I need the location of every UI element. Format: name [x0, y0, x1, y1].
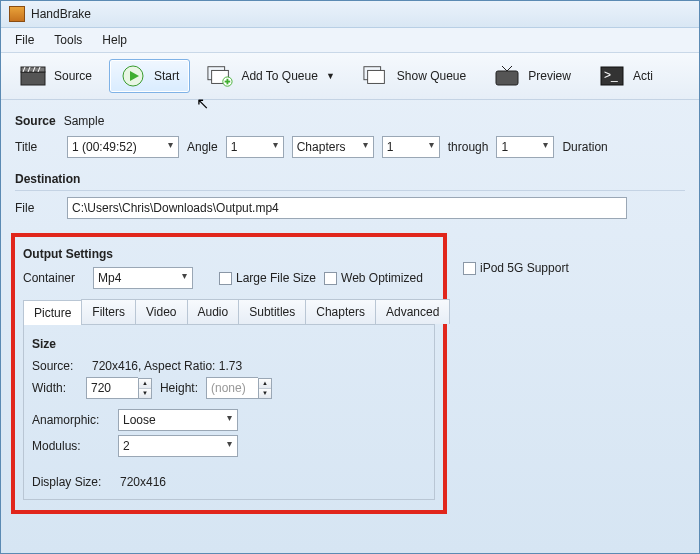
size-heading: Size: [32, 337, 426, 351]
height-label: Height:: [160, 381, 198, 395]
svg-rect-15: [496, 71, 518, 85]
preview-button[interactable]: Preview: [483, 59, 582, 93]
svg-text:>_: >_: [604, 68, 618, 82]
anamorphic-select[interactable]: Loose: [118, 409, 238, 431]
activity-button[interactable]: >_ Acti: [588, 59, 664, 93]
anamorphic-label: Anamorphic:: [32, 413, 110, 427]
title-label: Title: [15, 140, 59, 154]
chevron-down-icon: ▼: [326, 71, 335, 81]
svg-line-16: [502, 66, 507, 71]
menubar: File Tools Help: [1, 28, 699, 53]
output-settings-highlight: Output Settings Container Mp4 Large File…: [11, 233, 447, 514]
svg-rect-0: [21, 72, 45, 85]
destination-label: Destination: [15, 172, 685, 186]
tab-advanced[interactable]: Advanced: [375, 299, 450, 324]
duration-label: Duration: [562, 140, 607, 154]
toolbar-label: Acti: [633, 69, 653, 83]
clapper-icon: [20, 65, 46, 87]
app-title: HandBrake: [31, 7, 91, 21]
width-stepper[interactable]: ▲▼: [86, 377, 152, 399]
file-label: File: [15, 201, 59, 215]
file-path-input[interactable]: [67, 197, 627, 219]
source-label: Source: [15, 114, 56, 128]
angle-label: Angle: [187, 140, 218, 154]
toolbar-label: Add To Queue: [241, 69, 318, 83]
title-select[interactable]: 1 (00:49:52): [67, 136, 179, 158]
ipod-support-checkbox[interactable]: iPod 5G Support: [463, 261, 569, 275]
source-size-label: Source:: [32, 359, 84, 373]
through-label: through: [448, 140, 489, 154]
source-size-value: 720x416, Aspect Ratio: 1.73: [92, 359, 242, 373]
large-file-checkbox[interactable]: Large File Size: [219, 271, 316, 285]
tab-video[interactable]: Video: [135, 299, 187, 324]
width-label: Width:: [32, 381, 78, 395]
source-section: Source Sample Title 1 (00:49:52) Angle 1…: [1, 100, 699, 168]
toolbar-label: Start: [154, 69, 179, 83]
container-label: Container: [23, 271, 85, 285]
toolbar: Source Start Add To Queue ▼ Show Queue P…: [1, 53, 699, 100]
up-icon[interactable]: ▲: [139, 379, 151, 389]
add-to-queue-button[interactable]: Add To Queue ▼: [196, 59, 345, 93]
toolbar-label: Source: [54, 69, 92, 83]
toolbar-label: Show Queue: [397, 69, 466, 83]
titlebar: HandBrake: [1, 1, 699, 28]
container-select[interactable]: Mp4: [93, 267, 193, 289]
start-button[interactable]: Start: [109, 59, 190, 93]
display-size-label: Display Size:: [32, 475, 112, 489]
menu-help[interactable]: Help: [94, 30, 135, 50]
svg-rect-14: [367, 70, 384, 83]
output-settings-label: Output Settings: [23, 247, 435, 261]
source-button[interactable]: Source: [9, 59, 103, 93]
angle-select[interactable]: 1: [226, 136, 284, 158]
modulus-select[interactable]: 2: [118, 435, 238, 457]
queue-add-icon: [207, 65, 233, 87]
down-icon[interactable]: ▼: [139, 389, 151, 398]
menu-tools[interactable]: Tools: [46, 30, 90, 50]
display-size-value: 720x416: [120, 475, 166, 489]
up-icon[interactable]: ▲: [259, 379, 271, 389]
picture-panel: Size Source: 720x416, Aspect Ratio: 1.73…: [23, 324, 435, 500]
modulus-label: Modulus:: [32, 439, 110, 453]
destination-section: Destination File: [1, 172, 699, 229]
play-icon: [120, 65, 146, 87]
tab-subtitles[interactable]: Subtitles: [238, 299, 306, 324]
tab-chapters[interactable]: Chapters: [305, 299, 376, 324]
tab-picture[interactable]: Picture: [23, 300, 82, 325]
tab-filters[interactable]: Filters: [81, 299, 136, 324]
web-optimized-checkbox[interactable]: Web Optimized: [324, 271, 423, 285]
source-name: Sample: [64, 114, 105, 128]
chapter-end-select[interactable]: 1: [496, 136, 554, 158]
app-icon: [9, 6, 25, 22]
svg-line-17: [507, 66, 512, 71]
queue-icon: [363, 65, 389, 87]
chapter-start-select[interactable]: 1: [382, 136, 440, 158]
range-mode-select[interactable]: Chapters: [292, 136, 374, 158]
down-icon[interactable]: ▼: [259, 389, 271, 398]
tabstrip: Picture Filters Video Audio Subtitles Ch…: [23, 299, 435, 324]
menu-file[interactable]: File: [7, 30, 42, 50]
show-queue-button[interactable]: Show Queue: [352, 59, 477, 93]
terminal-icon: >_: [599, 65, 625, 87]
height-stepper[interactable]: ▲▼: [206, 377, 272, 399]
tab-audio[interactable]: Audio: [187, 299, 240, 324]
tv-icon: [494, 65, 520, 87]
toolbar-label: Preview: [528, 69, 571, 83]
